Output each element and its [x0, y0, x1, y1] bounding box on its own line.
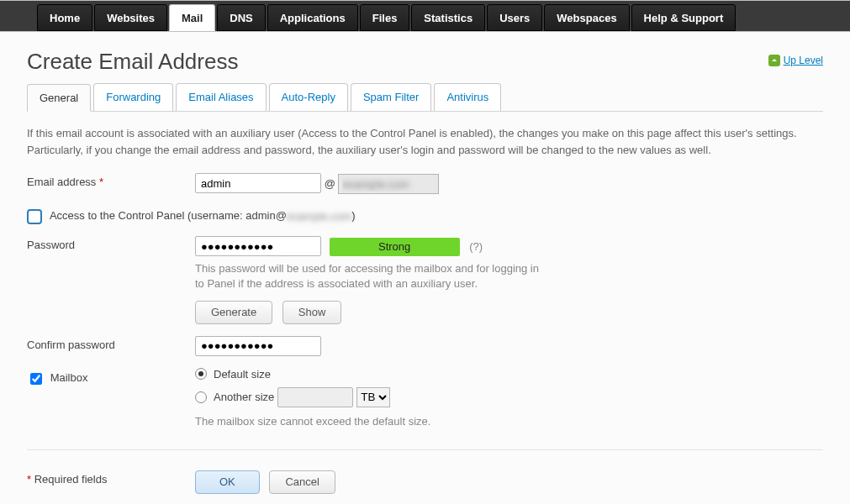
password-help-icon[interactable]: (?) [469, 240, 483, 253]
ok-button[interactable]: OK [195, 470, 260, 494]
nav-dns[interactable]: DNS [217, 4, 265, 31]
nav-webspaces[interactable]: Webspaces [544, 4, 629, 31]
password-hint: This password will be used for accessing… [195, 261, 548, 291]
mailbox-size-input[interactable] [277, 387, 353, 407]
nav-home[interactable]: Home [37, 4, 92, 31]
tab-autoreply[interactable]: Auto-Reply [269, 83, 348, 111]
up-level-icon [768, 55, 780, 66]
email-label: Email address * [27, 173, 195, 188]
nav-files[interactable]: Files [360, 4, 410, 31]
required-note: * Required fields [27, 470, 195, 486]
top-nav: Home Websites Mail DNS Applications File… [0, 0, 850, 32]
email-user-input[interactable] [195, 173, 321, 193]
at-sign: @ [325, 177, 335, 190]
tab-antivirus[interactable]: Antivirus [434, 83, 501, 111]
nav-applications[interactable]: Applications [267, 4, 358, 31]
password-label: Password [27, 236, 195, 251]
tab-spam[interactable]: Spam Filter [351, 83, 431, 111]
nav-websites[interactable]: Websites [94, 4, 167, 31]
mailbox-label: Mailbox [50, 371, 88, 384]
password-input[interactable] [195, 236, 321, 256]
mailbox-size-another-label: Another size [214, 391, 274, 403]
up-level-label: Up Level [784, 55, 823, 66]
access-control-panel-checkbox[interactable] [27, 209, 42, 224]
password-strength-indicator: Strong [330, 238, 460, 256]
confirm-password-label: Confirm password [27, 336, 195, 351]
tab-forwarding[interactable]: Forwarding [93, 83, 173, 111]
tab-aliases[interactable]: Email Aliases [176, 83, 266, 111]
nav-help[interactable]: Help & Support [631, 4, 736, 31]
mailbox-size-hint: The mailbox size cannot exceed the defau… [195, 414, 548, 429]
tab-general[interactable]: General [27, 84, 91, 112]
generate-password-button[interactable]: Generate [195, 301, 272, 324]
mailbox-size-default-radio[interactable] [195, 368, 207, 380]
mailbox-checkbox[interactable] [30, 373, 42, 385]
cancel-button[interactable]: Cancel [269, 470, 335, 494]
nav-statistics[interactable]: Statistics [411, 4, 485, 31]
form-divider [27, 449, 823, 450]
page-description: If this email account is associated with… [27, 125, 823, 158]
show-password-button[interactable]: Show [282, 301, 342, 324]
email-domain-select[interactable]: example.com [338, 174, 439, 194]
confirm-password-input[interactable] [195, 336, 321, 356]
subtabs: General Forwarding Email Aliases Auto-Re… [27, 83, 823, 112]
page-title: Create Email Address [27, 49, 823, 75]
mailbox-size-default-label: Default size [214, 368, 271, 381]
nav-mail[interactable]: Mail [169, 4, 215, 31]
access-label: Access to the Control Panel (username: a… [50, 210, 356, 223]
mailbox-size-unit-select[interactable]: TB [356, 387, 390, 407]
up-level-link[interactable]: Up Level [768, 55, 823, 66]
mailbox-size-another-radio[interactable] [195, 391, 207, 403]
nav-users[interactable]: Users [487, 4, 542, 31]
mailbox-label-cell: Mailbox [27, 368, 195, 387]
